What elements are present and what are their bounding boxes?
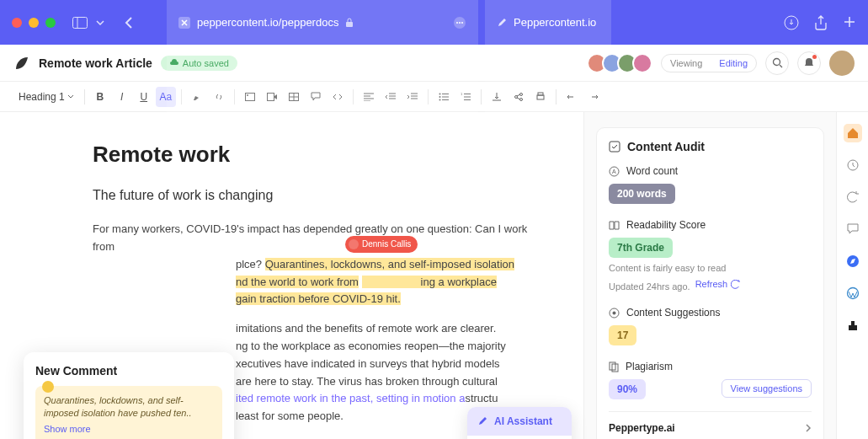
word-count-icon: A (609, 166, 620, 177)
highlighted-text-1[interactable]: Quarantines, lockdowns, and self-imposed… (265, 258, 514, 270)
site-icon (178, 17, 190, 29)
svg-rect-3 (346, 22, 353, 27)
rail-export-icon[interactable] (844, 316, 862, 335)
quote-avatar (42, 381, 54, 393)
svg-point-6 (459, 22, 461, 24)
plagiarism-badge: 90% (609, 379, 646, 399)
presence-cursor: Dennis Callis (345, 236, 418, 253)
rail-wordpress-icon[interactable] (844, 284, 862, 302)
undo-button[interactable] (562, 87, 582, 107)
url-text: peppercontent.io/pepperdocs (197, 16, 338, 29)
sidebar-toggle-icon[interactable] (72, 17, 88, 29)
suggestions-badge: 17 (609, 325, 636, 345)
right-rail (836, 112, 868, 439)
window-controls (12, 18, 56, 28)
content-audit-panel: Content Audit A Word count 200 words Rea… (583, 112, 836, 439)
word-count-badge: 200 words (609, 184, 675, 204)
search-button[interactable] (765, 51, 789, 75)
audit-icon (609, 141, 620, 153)
view-suggestions-button[interactable]: View suggestions (722, 379, 812, 398)
bold-button[interactable]: B (90, 87, 110, 107)
collaborator-avatars[interactable] (592, 53, 652, 73)
search-icon (772, 57, 783, 68)
word-count-metric: A Word count 200 words (609, 165, 812, 204)
ai-menu-header: AI Assistant (467, 407, 572, 436)
notifications-button[interactable] (797, 51, 821, 75)
svg-point-7 (461, 22, 463, 24)
quote-show-more[interactable]: Show more (44, 424, 91, 434)
mode-switcher[interactable]: Viewing Editing (661, 54, 757, 72)
comment-panel: New Comment Quarantines, lockdowns, and … (24, 352, 234, 439)
feather-icon (13, 55, 30, 72)
svg-rect-35 (849, 325, 857, 330)
plagiarism-icon (609, 361, 619, 372)
link-text[interactable]: ited remote work in the past, setting in… (236, 392, 465, 404)
notification-dot (812, 55, 817, 59)
chevron-right-icon (805, 424, 812, 432)
rail-chat-icon[interactable] (844, 220, 862, 238)
redo-button[interactable] (583, 87, 604, 107)
document-title[interactable]: Remote work Article (39, 56, 152, 70)
peppertype-row[interactable]: Peppertype.ai (609, 411, 812, 434)
close-window[interactable] (12, 18, 22, 28)
svg-rect-25 (610, 142, 620, 152)
doc-paragraph-1[interactable]: For many workers, COVID-19's impact has … (93, 221, 533, 308)
mode-editing[interactable]: Editing (711, 55, 756, 72)
user-avatar[interactable] (829, 51, 855, 76)
ai-rewrite[interactable]: Rewrite (467, 436, 572, 439)
suggestions-icon (609, 308, 620, 319)
mode-viewing[interactable]: Viewing (662, 55, 711, 72)
comment-panel-title: New Comment (35, 364, 222, 377)
pen-icon (497, 18, 507, 28)
svg-rect-24 (538, 93, 543, 95)
comment-quote: Quarantines, lockdowns, and self-imposed… (35, 386, 222, 439)
plagiarism-metric: Plagiarism 90% View suggestions (609, 361, 812, 399)
svg-point-5 (456, 22, 458, 24)
minimize-window[interactable] (29, 18, 39, 28)
rail-history-icon[interactable] (844, 156, 862, 174)
svg-rect-23 (537, 95, 544, 99)
export-button[interactable] (487, 87, 507, 107)
heading-selector[interactable]: Heading 1 (13, 88, 79, 106)
ai-assistant-menu: AI Assistant Rewrite Expand Correct Expa… (467, 407, 572, 439)
rail-compass-icon[interactable] (844, 252, 862, 270)
readability-badge: 7th Grade (609, 238, 673, 258)
italic-button[interactable]: I (112, 87, 132, 107)
bell-icon (804, 57, 814, 69)
tab-2-label: Peppercontent.io (514, 16, 596, 29)
doc-h1[interactable]: Remote work (93, 137, 533, 173)
underline-button[interactable]: U (134, 87, 154, 107)
readability-metric: Readability Score 7th Grade Content is f… (609, 219, 812, 292)
new-tab-icon[interactable] (843, 15, 856, 29)
share-button[interactable] (509, 87, 529, 107)
back-icon[interactable] (125, 17, 133, 29)
rail-refresh-icon[interactable] (844, 188, 862, 206)
book-icon (609, 221, 620, 230)
maximize-window[interactable] (45, 18, 56, 28)
avatar[interactable] (632, 53, 652, 73)
svg-rect-0 (73, 17, 88, 28)
more-icon[interactable] (453, 16, 466, 29)
print-button[interactable] (530, 87, 551, 107)
svg-text:A: A (612, 169, 616, 174)
svg-point-29 (613, 311, 616, 314)
share-icon[interactable] (814, 15, 828, 30)
rail-home-icon[interactable] (844, 124, 862, 142)
suggestions-metric: Content Suggestions 17 (609, 307, 812, 345)
refresh-icon (731, 280, 740, 289)
download-icon[interactable] (784, 15, 799, 30)
doc-h2[interactable]: The future of work is changing (93, 185, 533, 206)
refresh-button[interactable]: Refresh (695, 279, 741, 289)
audit-title: Content Audit (609, 140, 812, 153)
chevron-down-icon[interactable] (96, 20, 104, 25)
svg-point-9 (773, 59, 780, 66)
browser-chrome: peppercontent.io/pepperdocs Pepperconten… (0, 0, 868, 45)
lock-icon (345, 18, 354, 28)
svg-rect-36 (851, 321, 855, 325)
pen-icon (477, 416, 487, 426)
presence-avatar (349, 239, 359, 249)
